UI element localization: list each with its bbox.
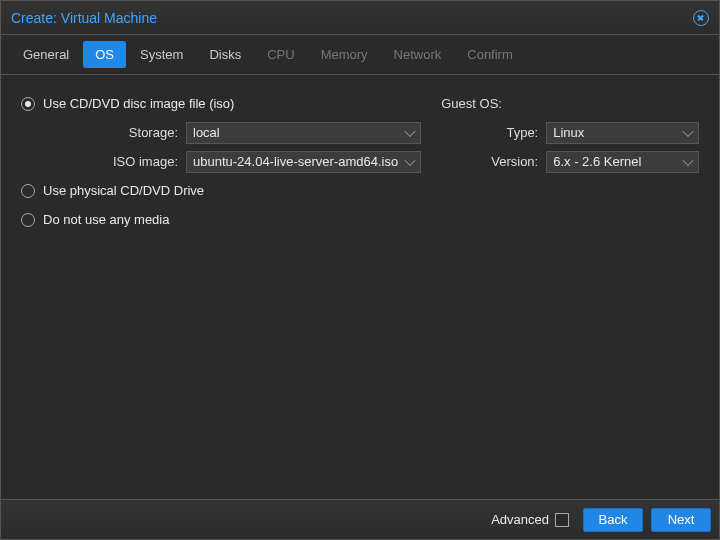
storage-row: Storage: local — [21, 118, 421, 147]
media-column: Use CD/DVD disc image file (iso) Storage… — [21, 89, 421, 485]
chevron-down-icon — [682, 125, 693, 136]
chevron-down-icon — [405, 125, 416, 136]
tab-system[interactable]: System — [128, 41, 195, 68]
radio-use-physical[interactable]: Use physical CD/DVD Drive — [21, 176, 421, 205]
iso-label: ISO image: — [21, 154, 186, 169]
radio-use-iso-label: Use CD/DVD disc image file (iso) — [43, 96, 234, 111]
radio-use-physical-label: Use physical CD/DVD Drive — [43, 183, 204, 198]
iso-value: ubuntu-24.04-live-server-amd64.iso — [193, 154, 398, 169]
dialog-title: Create: Virtual Machine — [11, 10, 157, 26]
chevron-down-icon — [405, 154, 416, 165]
tab-confirm: Confirm — [455, 41, 525, 68]
tab-memory: Memory — [309, 41, 380, 68]
tab-general[interactable]: General — [11, 41, 81, 68]
radio-no-media-label: Do not use any media — [43, 212, 169, 227]
guest-version-label: Version: — [441, 154, 546, 169]
dialog-window: Create: Virtual Machine General OS Syste… — [0, 0, 720, 540]
dialog-body: Use CD/DVD disc image file (iso) Storage… — [1, 75, 719, 499]
chevron-down-icon — [682, 154, 693, 165]
next-button[interactable]: Next — [651, 508, 711, 532]
radio-use-iso[interactable]: Use CD/DVD disc image file (iso) — [21, 89, 421, 118]
iso-select[interactable]: ubuntu-24.04-live-server-amd64.iso — [186, 151, 421, 173]
tab-cpu: CPU — [255, 41, 306, 68]
dialog-header: Create: Virtual Machine — [1, 1, 719, 35]
advanced-toggle[interactable]: Advanced — [491, 512, 569, 527]
guest-type-label: Type: — [441, 125, 546, 140]
wizard-tabs: General OS System Disks CPU Memory Netwo… — [1, 35, 719, 75]
radio-icon — [21, 97, 35, 111]
guest-version-select[interactable]: 6.x - 2.6 Kernel — [546, 151, 699, 173]
guest-os-column: Guest OS: Type: Linux Version: 6.x - 2.6… — [441, 89, 699, 485]
tab-disks[interactable]: Disks — [197, 41, 253, 68]
iso-row: ISO image: ubuntu-24.04-live-server-amd6… — [21, 147, 421, 176]
tab-os[interactable]: OS — [83, 41, 126, 68]
advanced-label: Advanced — [491, 512, 549, 527]
guest-type-value: Linux — [553, 125, 584, 140]
radio-icon — [21, 213, 35, 227]
back-button-label: Back — [599, 512, 628, 527]
tab-network: Network — [382, 41, 454, 68]
back-button[interactable]: Back — [583, 508, 643, 532]
guest-type-select[interactable]: Linux — [546, 122, 699, 144]
guest-version-row: Version: 6.x - 2.6 Kernel — [441, 147, 699, 176]
guest-os-header: Guest OS: — [441, 89, 699, 118]
radio-icon — [21, 184, 35, 198]
radio-no-media[interactable]: Do not use any media — [21, 205, 421, 234]
advanced-checkbox[interactable] — [555, 513, 569, 527]
dialog-footer: Advanced Back Next — [1, 499, 719, 539]
guest-version-value: 6.x - 2.6 Kernel — [553, 154, 641, 169]
guest-type-row: Type: Linux — [441, 118, 699, 147]
close-icon[interactable] — [693, 10, 709, 26]
storage-label: Storage: — [21, 125, 186, 140]
next-button-label: Next — [668, 512, 695, 527]
storage-select[interactable]: local — [186, 122, 421, 144]
storage-value: local — [193, 125, 220, 140]
